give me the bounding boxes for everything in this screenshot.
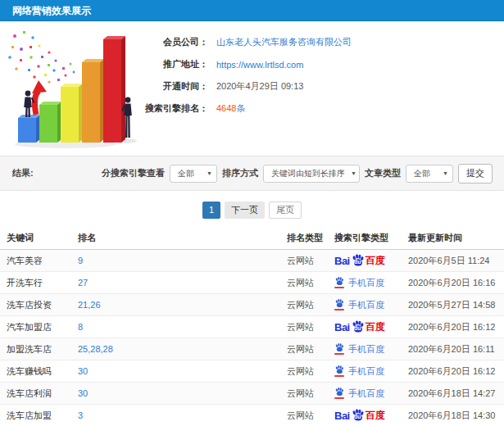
engine-cell: Baidu百度 手机百度: [328, 383, 402, 405]
keyword-cell: 开洗车行: [0, 272, 71, 294]
engine-cell: Baidu百度 手机百度: [328, 405, 402, 426]
table-row: 汽车加盟店 8 云网站 Baidu百度 手机百度 2020年6月20日 16:1…: [0, 316, 504, 338]
col-engine-type: 搜索引擎类型: [328, 227, 402, 250]
updated-cell: 2020年6月18日 14:30: [402, 405, 504, 426]
baidu-logo: Baidu百度: [334, 320, 385, 333]
rank-type-cell: 云网站: [280, 360, 328, 383]
bar-chart-graphic: [0, 21, 141, 152]
rank-type-cell: 云网站: [280, 250, 328, 272]
member-company-row: 会员公司： 山东老人头汽车服务咨询有限公司: [141, 31, 504, 53]
rank-cell: 30: [71, 360, 280, 383]
rank-unit[interactable]: 条: [236, 103, 245, 113]
rank-link[interactable]: 3: [78, 410, 83, 420]
rank-cell: 30: [71, 383, 280, 405]
engine-cell: Baidu百度 手机百度: [328, 338, 402, 360]
open-time-value: 2020年4月29日 09:13: [216, 80, 303, 93]
article-type-label: 文章类型: [365, 167, 401, 179]
engine-view-selected: 全部: [178, 168, 201, 179]
table-row: 洗车店加盟 3 云网站 Baidu百度 手机百度 2020年6月18日 14:3…: [0, 405, 504, 426]
caret-down-icon: ▼: [351, 170, 356, 176]
engine-rank-row: 搜索引擎排名： 4648条: [141, 97, 504, 120]
promo-url-row: 推广地址： https://www.lrtlsd.com: [141, 53, 504, 75]
engine-view-select[interactable]: 全部 ▼: [170, 165, 217, 183]
baidu-logo: Baidu百度: [334, 254, 385, 267]
baidu-paw-icon: du: [351, 409, 365, 422]
rank-link[interactable]: 9: [78, 256, 83, 265]
col-rank-type: 排名类型: [280, 227, 328, 250]
table-row: 汽车美容 9 云网站 Baidu百度 手机百度 2020年6月5日 11:24: [0, 250, 504, 272]
table-row: 开洗车行 27 云网站 Baidu百度 手机百度 2020年6月20日 16:1…: [0, 272, 504, 294]
updated-cell: 2020年6月20日 16:16: [402, 272, 504, 294]
sort-label: 排序方式: [222, 167, 258, 179]
mobile-baidu-logo: 手机百度: [334, 299, 384, 311]
rank-cell: 25,28,28: [71, 338, 280, 360]
col-keyword: 关键词: [0, 227, 71, 250]
updated-cell: 2020年6月20日 16:12: [402, 360, 504, 383]
engine-rank-label: 搜索引擎排名：: [141, 102, 208, 115]
rank-type-cell: 云网站: [280, 316, 328, 338]
keyword-cell: 洗车店加盟: [0, 405, 71, 426]
rank-type-cell: 云网站: [280, 294, 328, 316]
engine-rank-value: 4648条: [216, 102, 245, 115]
caret-down-icon: ▼: [207, 170, 212, 176]
table-body: 汽车美容 9 云网站 Baidu百度 手机百度 2020年6月5日 11:24 …: [0, 250, 504, 426]
updated-cell: 2020年6月20日 16:11: [402, 338, 504, 360]
baidu-logo: Baidu百度: [334, 409, 385, 422]
keyword-cell: 加盟洗车店: [0, 338, 71, 360]
rank-type-cell: 云网站: [280, 272, 328, 294]
updated-cell: 2020年6月18日 14:27: [402, 383, 504, 405]
keyword-cell: 洗车店利润: [0, 383, 71, 405]
rank-type-cell: 云网站: [280, 338, 328, 360]
pagination: 1 下一页 尾页: [0, 202, 504, 219]
page: 网络营销效果展示: [0, 0, 504, 426]
table-row: 洗车店投资 21,26 云网站 Baidu百度 手机百度 2020年5月27日 …: [0, 294, 504, 316]
filter-bar: 结果: 分搜索引擎查看 全部 ▼ 排序方式 关键词由短到长排序 ▼ 文章类型 全…: [0, 156, 504, 191]
rank-link[interactable]: 27: [78, 278, 88, 288]
rank-cell: 21,26: [71, 294, 280, 316]
rank-type-cell: 云网站: [280, 383, 328, 405]
last-page-button[interactable]: 尾页: [269, 202, 302, 219]
rank-type-cell: 云网站: [280, 405, 328, 426]
rank-link[interactable]: 8: [78, 322, 83, 332]
filter-controls: 分搜索引擎查看 全部 ▼ 排序方式 关键词由短到长排序 ▼ 文章类型 全部 ▼ …: [102, 164, 493, 184]
rank-link[interactable]: 21,26: [78, 300, 101, 310]
ranking-table: 关键词 排名 排名类型 搜索引擎类型 最新更新时间 汽车美容 9 云网站 Bai…: [0, 227, 504, 426]
growth-chart-illustration: [0, 21, 141, 152]
open-time-row: 开通时间： 2020年4月29日 09:13: [141, 75, 504, 97]
rank-cell: 3: [71, 405, 280, 426]
keyword-cell: 洗车赚钱吗: [0, 360, 71, 383]
page-1-button[interactable]: 1: [202, 202, 220, 219]
rank-link[interactable]: 25,28,28: [78, 344, 113, 354]
rank-link[interactable]: 30: [78, 366, 88, 376]
table-row: 加盟洗车店 25,28,28 云网站 Baidu百度 手机百度 2020年6月2…: [0, 338, 504, 360]
baidu-paw-icon: du: [351, 320, 365, 333]
updated-cell: 2020年6月20日 16:12: [402, 316, 504, 338]
mobile-baidu-paw-icon: [334, 343, 344, 355]
mobile-baidu-paw-icon: [334, 387, 344, 399]
keyword-cell: 洗车店投资: [0, 294, 71, 316]
promo-url-link[interactable]: https://www.lrtlsd.com: [216, 60, 303, 70]
keyword-cell: 汽车美容: [0, 250, 71, 272]
baidu-logo-bai: Bai: [334, 256, 350, 266]
rank-link[interactable]: 30: [78, 388, 88, 398]
sort-selected: 关键词由短到长排序: [271, 168, 345, 179]
mobile-baidu-paw-icon: [334, 299, 344, 310]
submit-button[interactable]: 提交: [458, 164, 493, 184]
page-title: 网络营销效果展示: [0, 0, 91, 21]
mobile-baidu-logo: 手机百度: [334, 387, 384, 400]
member-company-link[interactable]: 山东老人头汽车服务咨询有限公司: [216, 36, 352, 48]
article-type-selected: 全部: [414, 168, 437, 179]
sort-select[interactable]: 关键词由短到长排序 ▼: [263, 165, 360, 183]
table-row: 洗车店利润 30 云网站 Baidu百度 手机百度 2020年6月18日 14:…: [0, 383, 504, 405]
next-page-button[interactable]: 下一页: [225, 202, 265, 219]
account-info: 会员公司： 山东老人头汽车服务咨询有限公司 推广地址： https://www.…: [141, 21, 504, 156]
updated-cell: 2020年5月27日 14:58: [402, 294, 504, 316]
engine-cell: Baidu百度 手机百度: [328, 294, 402, 316]
titlebar: 网络营销效果展示: [0, 0, 504, 21]
mobile-baidu-logo: 手机百度: [334, 365, 384, 378]
baidu-paw-icon: du: [351, 254, 365, 267]
rank-cell: 9: [71, 250, 280, 272]
rank-count: 4648: [216, 103, 236, 113]
article-type-select[interactable]: 全部 ▼: [406, 165, 453, 183]
engine-view-label: 分搜索引擎查看: [102, 167, 165, 179]
